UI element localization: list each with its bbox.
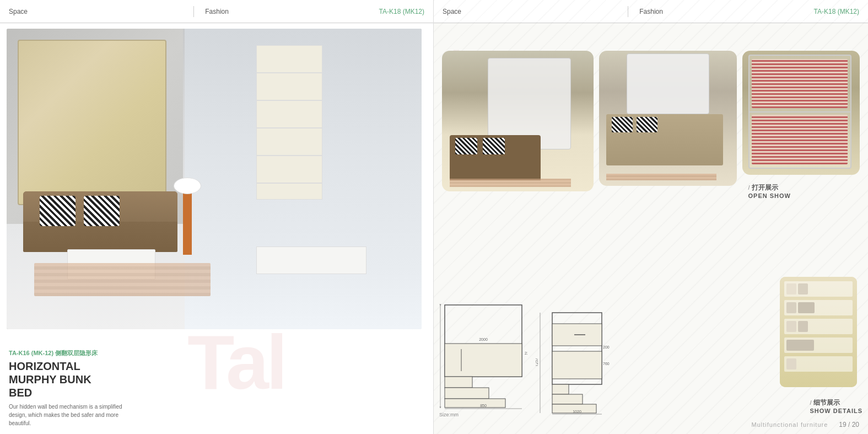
svg-text:T257: T257 [536,358,538,367]
main-room-image [7,29,422,329]
open-show-section: / 打开展示 OPEN SHOW [748,183,791,199]
product-photo-2 [599,51,737,186]
detail-photo [780,277,857,387]
shelf-row-5 [257,156,322,184]
page-right: Space Fashion TA-K18 (MK12) 拓 尔 [434,0,868,434]
product-photo-3 [742,51,860,175]
bottom-info: TA-K16 (MK-12) 侧翻双层隐形床 HORIZONTAL MURPHY… [9,349,424,427]
bunk-pillow [612,117,633,132]
svg-rect-4 [445,399,505,408]
shelf-item-3 [786,302,796,313]
rug [34,263,211,296]
open-show-slash: / 打开展示 [748,183,791,192]
svg-text:850: 850 [480,404,487,408]
svg-rect-1 [445,344,522,377]
left-header-space: Space [9,8,182,15]
diagram-svg-1: 2000 850 2200 [439,299,527,410]
open-show-cn: 打开展示 [752,184,778,191]
left-header: Space Fashion TA-K18 (MK12) [0,0,433,23]
murphy-bed-unit [18,40,166,205]
svg-text:2000: 2000 [479,337,488,341]
bunk-pillow2 [637,117,657,132]
svg-text:760: 760 [603,362,610,366]
lamp-shade [174,178,201,194]
shelf-row-1 [257,46,322,73]
show-details-label: / 细节展示 SHOW DETAILS [810,398,862,414]
floor-lamp [183,189,192,255]
svg-rect-3 [445,388,489,399]
svg-rect-2 [445,377,472,388]
svg-text:200: 200 [603,345,610,349]
svg-rect-15 [552,384,569,394]
pillow-1 [40,196,76,226]
room-scene [7,29,422,329]
detail-scene [780,277,857,387]
product-photos-row [442,51,860,191]
left-header-fashion: Fashion [205,8,379,15]
bookshelf [256,45,322,200]
room-photo-3 [742,51,860,175]
size-label-1: Size:mm [439,412,527,417]
right-header-divider [628,6,628,17]
detail-shelf-4 [784,337,853,353]
detail-shelf-1 [784,281,853,297]
photo-sofa-1 [450,135,541,180]
product-title-line1: HORIZONTAL [9,360,424,373]
show-details-cn: 细节展示 [813,399,840,406]
shelf-item-6 [798,321,808,332]
detail-shelf-5 [784,356,853,372]
right-header: Space Fashion TA-K18 (MK12) [434,0,868,23]
detail-shelf-3 [784,319,853,334]
show-details-en: SHOW DETAILS [810,408,862,414]
bunk-divider [750,111,850,112]
room-photo-2 [599,51,737,186]
right-header-space: Space [443,8,617,15]
product-photo-1 [442,51,594,191]
bunk-frame-outer [748,55,851,169]
sofa-pillow-1 [455,138,477,154]
svg-rect-13 [552,351,602,379]
svg-text:1020: 1020 [573,410,581,414]
left-header-divider [193,6,194,17]
shelf-row-2 [257,73,322,101]
shelf-row-4 [257,128,322,156]
right-header-fashion: Fashion [639,8,813,15]
desk [256,247,366,274]
detail-image-area: / 细节展示 SHOW DETAILS [810,398,862,417]
svg-rect-16 [552,394,583,404]
product-code: TA-K16 (MK-12) 侧翻双层隐形床 [9,349,424,357]
sofa [23,191,177,252]
shelf-item-7 [786,340,814,351]
dimensions-section: 2000 850 2200 Size:mm [439,299,862,417]
product-title-line3: BED [9,386,424,399]
bunk-lower2 [752,115,848,164]
murphy-open-top [627,53,709,114]
shelf-item-8 [786,358,796,369]
right-header-code: TA-K18 (MK12) [814,8,859,15]
page-left: Space Fashion TA-K18 (MK12) [0,0,434,434]
diagram-svg-2: 1020 T257 200 760 [536,307,618,417]
rug-2 [606,174,716,180]
page-number-text: 19 / 20 [839,421,859,428]
show-details-slash: / [810,399,811,406]
right-content: 拓 尔 [434,23,868,434]
photo-rug-1 [450,179,571,187]
right-footer: Multifunctional furniture 19 / 20 [752,421,859,428]
shelf-row-3 [257,101,322,128]
product-description: Our hidden wall bed mechanism is a simpl… [9,403,130,427]
left-header-code: TA-K18 (MK12) [379,8,424,15]
shelf-item-1 [786,283,796,294]
dims-diagrams: 2000 850 2200 Size:mm [439,299,799,417]
shelf-item-2 [798,283,808,294]
shelf-item-4 [798,302,815,313]
detail-shelf-2 [784,300,853,315]
open-show-en: OPEN SHOW [748,192,791,199]
diagram-1: 2000 850 2200 Size:mm [439,299,527,417]
room-photo-1 [442,51,594,191]
sofa-pillow-2 [483,138,505,154]
shelf-item-5 [786,321,796,332]
bunk-upper [752,59,848,108]
diagram-2: 1020 T257 200 760 [536,307,618,417]
product-title-line2: MURPHY BUNK [9,373,424,386]
bunk-lower [606,114,724,165]
